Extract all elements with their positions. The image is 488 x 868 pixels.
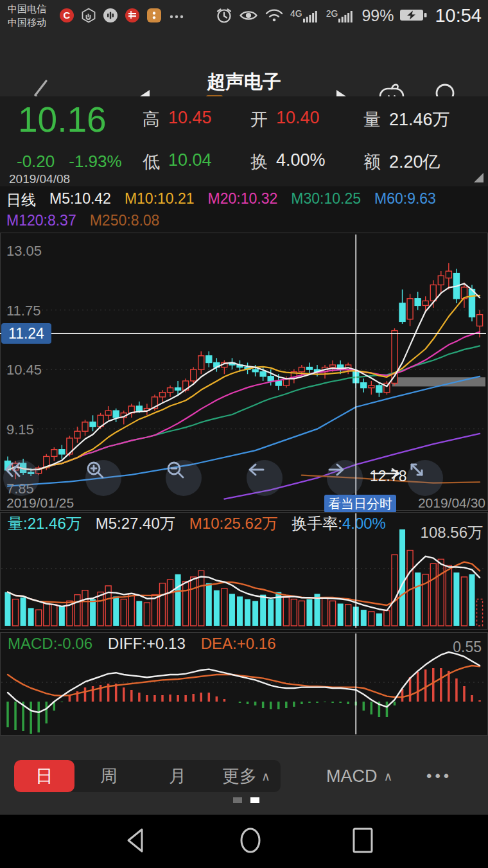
open-value: 10.40	[276, 108, 320, 131]
page-title: 超声电子	[0, 69, 488, 95]
period-tabs: 日 周 月 更多∧	[14, 760, 281, 792]
nav-back-button[interactable]	[123, 826, 151, 855]
more-options-button[interactable]: •••	[426, 760, 452, 792]
battery-percent: 99%	[362, 6, 394, 25]
ma120-label: M120:8.37	[6, 212, 76, 229]
carrier-names: 中国电信 中国移动	[8, 2, 46, 29]
pan-right-button[interactable]	[327, 460, 363, 496]
stock-app-screen: 中国电信 中国移动 C	[0, 0, 488, 868]
battery-icon	[399, 7, 429, 24]
status-bar: 中国电信 中国移动 C	[0, 0, 488, 31]
quote-panel[interactable]: 10.16 -0.20 -1.93% 2019/04/08 高 10.45 低 …	[0, 96, 488, 186]
volume-ma5: M5:27.40万	[96, 513, 175, 534]
amount-value: 2.20亿	[389, 150, 440, 173]
low-label: 低	[143, 150, 160, 173]
tab-month[interactable]: 月	[143, 760, 212, 792]
last-price: 10.16	[18, 99, 107, 140]
signal-4g: 4G	[290, 8, 320, 22]
macd-panel[interactable]: MACD:-0.06 DIFF:+0.13 DEA:+0.16 0.55	[0, 632, 488, 736]
volume-peak-label: 108.56万	[421, 522, 483, 543]
alarm-icon	[215, 6, 233, 24]
turnover-value: 4.00%	[276, 150, 326, 173]
pan-left-button[interactable]	[247, 460, 283, 496]
nav-home-button[interactable]	[236, 826, 265, 855]
ma20-label: M20:10.32	[208, 190, 278, 210]
tab-more[interactable]: 更多∧	[212, 760, 281, 792]
ma10-label: M10:10.21	[125, 190, 195, 210]
tab-week[interactable]: 周	[74, 760, 143, 792]
price-change-pct: -1.93%	[69, 152, 121, 172]
x-axis-end-date: 2019/04/30	[418, 495, 485, 511]
period-label: 日线	[6, 190, 36, 210]
macd-value: MACD:-0.06	[8, 635, 92, 653]
signal-2g: 2G	[326, 8, 356, 22]
diff-value: DIFF:+0.13	[108, 635, 186, 653]
open-label: 开	[250, 108, 268, 131]
app-badge-icon	[146, 8, 162, 23]
ma-indicator-bar: 日线 M5:10.42 M10:10.21 M20:10.32 M30:10.2…	[0, 186, 488, 233]
high-label: 高	[143, 108, 160, 131]
voice-assistant-icon	[103, 8, 118, 23]
price-change: -0.20	[17, 152, 55, 172]
eye-protection-icon	[239, 8, 258, 23]
svg-text:C: C	[64, 10, 71, 21]
ma60-label: M60:9.63	[374, 190, 436, 210]
crosshair-price-badge: 11.24	[1, 323, 51, 344]
indicator-selector[interactable]: MACD∧	[326, 760, 392, 792]
volume-label: 量	[363, 108, 381, 131]
quote-expand-handle[interactable]	[474, 173, 484, 182]
carrier-2: 中国移动	[8, 15, 46, 29]
copyright-badge-icon: C	[59, 8, 74, 23]
chart-controls	[0, 460, 488, 496]
page-indicator	[233, 797, 259, 803]
macd-peak-label: 0.55	[453, 639, 482, 656]
tab-day[interactable]: 日	[14, 760, 74, 792]
fast-rewind-button[interactable]	[3, 460, 39, 496]
zoom-in-button[interactable]	[85, 460, 121, 496]
page-indicator-dot	[250, 797, 259, 803]
chevron-up-icon: ∧	[384, 769, 393, 784]
view-intraday-button[interactable]: 看当日分时	[324, 495, 396, 513]
volume-header: 量:21.46万 M5:27.40万 M10:25.62万 换手率:4.00%	[8, 513, 386, 534]
x-axis-start-date: 2019/01/25	[6, 495, 74, 511]
svg-text:10.45: 10.45	[6, 362, 42, 378]
clock-time: 10:54	[435, 5, 482, 26]
bottom-toolbar: 日 周 月 更多∧ MACD∧ •••	[0, 736, 488, 815]
zoom-out-button[interactable]	[166, 460, 202, 496]
title-bar: 超声电子 融 000823	[0, 31, 488, 96]
high-value: 10.45	[168, 108, 212, 131]
svg-text:11.75: 11.75	[6, 303, 40, 319]
macd-header: MACD:-0.06 DIFF:+0.13 DEA:+0.16	[8, 635, 276, 653]
quote-date: 2019/04/08	[9, 172, 70, 186]
overflow-dots-icon	[168, 8, 185, 23]
android-navbar	[0, 815, 488, 868]
dea-value: DEA:+0.16	[201, 635, 276, 653]
volume-value: 21.46万	[389, 108, 450, 131]
ma250-label: M250:8.08	[90, 212, 160, 229]
amount-label: 额	[363, 150, 381, 173]
svg-text:9.15: 9.15	[6, 421, 34, 438]
chevron-up-icon: ∧	[261, 769, 270, 784]
ma5-label: M5:10.42	[49, 190, 111, 210]
candlestick-chart[interactable]: 13.0511.7510.459.157.85 12.78 8.12 11.24	[0, 233, 488, 511]
carrier-1: 中国电信	[8, 2, 46, 15]
turnover-label: 换	[250, 150, 268, 173]
volume-current: 量:21.46万	[8, 513, 82, 534]
stop-hand-icon	[81, 8, 96, 23]
news-badge-icon	[125, 8, 140, 23]
svg-text:13.05: 13.05	[6, 243, 42, 259]
turnover-rate: 换手率:4.00%	[292, 513, 386, 534]
expand-diagonal-button[interactable]	[407, 460, 443, 496]
page-indicator-dot	[233, 797, 242, 803]
volume-ma10: M10:25.62万	[189, 513, 277, 534]
volume-panel[interactable]: 量:21.46万 M5:27.40万 M10:25.62万 换手率:4.00% …	[0, 512, 488, 630]
ma30-label: M30:10.25	[291, 190, 361, 210]
low-value: 10.04	[168, 150, 212, 173]
wifi-icon	[264, 7, 284, 24]
nav-recents-button[interactable]	[349, 826, 377, 855]
